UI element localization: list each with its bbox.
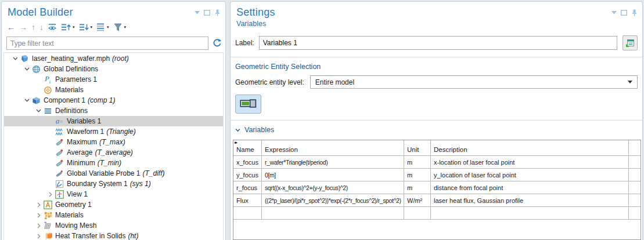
materials-icon: [43, 210, 52, 220]
geometric-entity-level-row: Geometric entity level: Entire model: [231, 71, 642, 89]
tree-item-view-1[interactable]: View 1: [4, 189, 223, 199]
show-more-options-button[interactable]: [623, 35, 638, 50]
variable-name-cell[interactable]: y_focus: [233, 169, 262, 181]
tree-item-minimum[interactable]: Minimum(T_min): [4, 158, 223, 168]
geometric-entity-level-value: Entire model: [315, 78, 354, 86]
tree-item-tag: (T_max): [99, 138, 125, 146]
settings-subtitle: Variables: [231, 19, 642, 28]
variable-expression-cell[interactable]: sqrt((x-x_focus)^2+(y-y_focus)^2): [262, 181, 404, 194]
pin-panel-icon[interactable]: [631, 9, 638, 16]
label-input[interactable]: [259, 36, 617, 50]
geometric-entity-level-select[interactable]: Entire model: [310, 75, 638, 89]
variables-section-header[interactable]: Variables: [231, 121, 642, 134]
panel-menu-chevron-icon[interactable]: [195, 11, 200, 14]
tree-item-waveform-1[interactable]: Waveform 1(Triangle): [4, 126, 223, 137]
variable-name-cell[interactable]: Flux: [233, 194, 262, 206]
model-builder-titlebar: Model Builder: [2, 2, 225, 19]
column-header-expression[interactable]: Expression: [262, 140, 404, 155]
dropdown-caret-icon: [628, 81, 632, 83]
variable-extra-cell: [629, 207, 641, 219]
variable-unit-cell: m: [404, 181, 431, 194]
model-tree-node-text-button[interactable]: ▾: [95, 21, 111, 34]
move-up-button[interactable]: ↑: [30, 21, 37, 34]
variable-description-cell[interactable]: laser heat flux, Gaussian profile: [431, 194, 629, 206]
variable-description-cell[interactable]: [431, 207, 629, 219]
list-down-icon: [79, 23, 89, 32]
tree-expander-icon[interactable]: [23, 99, 31, 102]
column-header-unit[interactable]: Unit: [404, 140, 431, 155]
tree-item-label: Component 1: [44, 96, 85, 104]
tree-item-geometry-1[interactable]: Geometry 1: [4, 199, 223, 210]
tree-item-materials[interactable]: Materials: [4, 210, 223, 220]
tree-item-label: Materials: [55, 86, 84, 94]
panel-menu-chevron-icon[interactable]: [611, 11, 617, 14]
tree-item-global-definitions[interactable]: Global Definitions: [4, 64, 223, 74]
tree-expander-icon[interactable]: [34, 223, 43, 228]
geometry-icon: [43, 200, 52, 209]
tree-item-label: Global Variable Probe 1: [67, 169, 141, 177]
filter-tree-button[interactable]: ▾: [111, 21, 128, 34]
tree-item-maximum[interactable]: Maximum(T_max): [4, 137, 223, 147]
tree-item-tag: (root): [112, 54, 129, 63]
tree-item-definitions[interactable]: Definitions: [4, 106, 223, 116]
variable-expression-cell[interactable]: ((2*p_laser)/(pi*r_spot^2))*exp(-(2*r_fo…: [262, 194, 404, 206]
tree-item-moving-mesh[interactable]: Moving Mesh: [4, 220, 223, 231]
component-icon: [31, 96, 41, 105]
tree-item-component-1[interactable]: Component 1(comp 1): [4, 95, 223, 106]
float-panel-icon[interactable]: [621, 10, 627, 16]
model-builder-panel: Model Builder ←→↑↓▾▾▾▾ laser_heating_waf…: [1, 1, 226, 240]
column-header-name[interactable]: ▸▸Name: [233, 140, 262, 155]
variable-description-cell[interactable]: x-location of laser focal point: [431, 156, 629, 168]
tree-expander-icon[interactable]: [23, 67, 31, 71]
tree-item-variables-1[interactable]: a=Variables 1: [4, 116, 223, 126]
globe-icon: [31, 64, 41, 74]
variable-row: r_focussqrt((x-x_focus)^2+(y-y_focus)^2)…: [233, 181, 641, 194]
float-panel-icon[interactable]: [204, 10, 210, 16]
tree-item-laser-heating-wafer-mph[interactable]: laser_heating_wafer.mph(root): [4, 53, 223, 64]
pin-panel-icon[interactable]: [214, 9, 221, 16]
variable-description-cell[interactable]: y_location of laser focal point: [431, 169, 629, 181]
tree-expander-icon[interactable]: [34, 202, 43, 208]
forward-button[interactable]: →: [17, 21, 29, 34]
refresh-icon[interactable]: [212, 38, 222, 48]
variable-expression-cell[interactable]: 0[m]: [262, 169, 404, 181]
collapse-tree-button[interactable]: ▾: [77, 21, 95, 34]
tree-item-parameters-1[interactable]: PiParameters 1: [4, 74, 223, 85]
variable-unit-cell: m: [404, 169, 431, 181]
tree-expander-icon[interactable]: [34, 234, 43, 239]
tree-expander-icon[interactable]: [11, 57, 20, 60]
tree-expander-icon[interactable]: [34, 213, 43, 218]
dropdown-caret-icon: ▾: [73, 25, 75, 30]
dropdown-caret-icon: ▾: [91, 25, 93, 30]
back-button[interactable]: ←: [5, 21, 17, 34]
variable-extra-cell: [629, 169, 641, 181]
variable-row: y_focus0[m]my_location of laser focal po…: [233, 169, 641, 181]
tree-item-average[interactable]: Average(T_average): [4, 147, 223, 158]
variable-name-cell[interactable]: x_focus: [233, 156, 262, 168]
geometric-entity-level-label: Geometric entity level:: [235, 78, 304, 86]
tree-item-boundary-system-1[interactable]: Boundary System 1(sys 1): [4, 179, 223, 189]
active-selection-toggle-button[interactable]: [235, 94, 261, 114]
tree-item-materials[interactable]: Materials: [4, 85, 223, 95]
variable-expression-cell[interactable]: [262, 207, 404, 219]
variable-name-cell[interactable]: [233, 207, 262, 219]
move-down-button[interactable]: ↓: [38, 21, 45, 34]
column-header-extra: [629, 140, 641, 155]
probe-icon: [55, 148, 64, 157]
tree-item-label: View 1: [67, 190, 88, 198]
panel-title: Model Builder: [8, 6, 195, 19]
tree-expander-icon[interactable]: [46, 192, 55, 197]
variable-expression-cell[interactable]: r_wafer*Triangle(t/period): [262, 156, 404, 168]
variable-description-cell[interactable]: distance from focal point: [431, 181, 629, 194]
tree-item-global-variable-probe-1[interactable]: Global Variable Probe 1(T_diff): [4, 168, 223, 179]
tree-item-heat-transfer-in-solids[interactable]: Heat Transfer in Solids(ht): [4, 231, 223, 240]
tree-item-label: Geometry 1: [55, 201, 92, 209]
expand-tree-button[interactable]: ▾: [59, 21, 77, 34]
tree-expander-icon[interactable]: [34, 109, 43, 112]
filter-input[interactable]: [6, 37, 208, 50]
table-empty-area: [233, 220, 641, 239]
show-button[interactable]: [46, 21, 59, 34]
label-field-caption: Label:: [235, 39, 254, 47]
column-header-description[interactable]: Description: [431, 140, 629, 155]
variable-name-cell[interactable]: r_focus: [233, 181, 262, 194]
